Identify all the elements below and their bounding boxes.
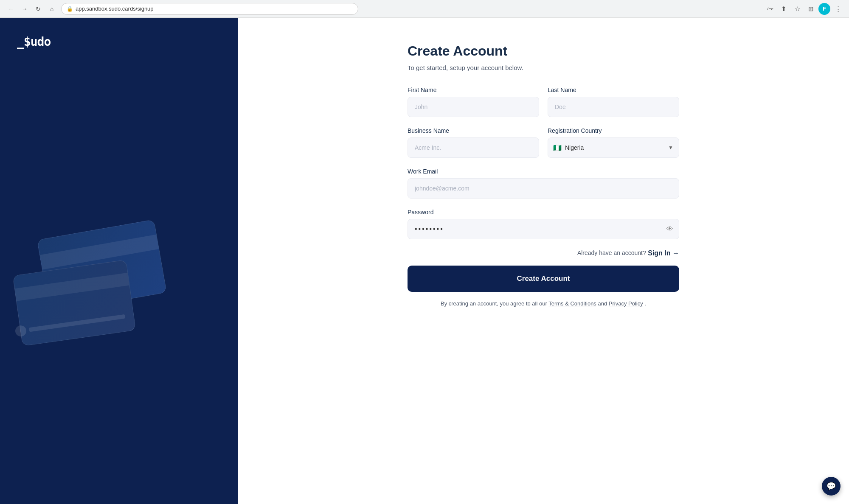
business-name-group: Business Name <box>408 127 539 158</box>
country-select-wrapper[interactable]: 🇳🇬 Nigeria ▼ <box>548 137 679 158</box>
create-account-button[interactable]: Create Account <box>408 266 679 292</box>
eye-icon[interactable]: 👁 <box>666 225 673 233</box>
bookmark-icon-button[interactable]: ☆ <box>791 3 803 15</box>
signin-prompt-text: Already have an account? <box>577 249 646 257</box>
forward-button[interactable]: → <box>19 3 31 15</box>
signin-link-row: Already have an account? Sign In → <box>408 249 679 257</box>
logo: _$udo <box>17 35 221 49</box>
signin-link[interactable]: Sign In → <box>648 249 679 257</box>
country-flag: 🇳🇬 <box>553 144 562 152</box>
password-group: Password 👁 <box>408 209 679 239</box>
sidebar-toggle-button[interactable]: ⊞ <box>805 3 817 15</box>
last-name-label: Last Name <box>548 87 679 93</box>
lock-icon: 🔒 <box>67 6 73 12</box>
card-front <box>13 260 136 346</box>
last-name-group: Last Name <box>548 87 679 117</box>
signup-form-container: Create Account To get started, setup you… <box>408 43 679 307</box>
home-button[interactable]: ⌂ <box>46 3 58 15</box>
name-row: First Name Last Name <box>408 87 679 117</box>
browser-toolbar-right: 🗝 ⬆ ☆ ⊞ F ⋮ <box>764 3 844 15</box>
address-bar[interactable]: 🔒 app.sandbox.sudo.cards/signup <box>61 3 358 15</box>
first-name-input[interactable] <box>408 97 539 117</box>
browser-nav-buttons: ← → ↻ ⌂ <box>5 3 58 15</box>
terms-link[interactable]: Terms & Conditions <box>548 300 596 307</box>
business-name-label: Business Name <box>408 127 539 134</box>
registration-country-label: Registration Country <box>548 127 679 134</box>
form-title: Create Account <box>408 43 679 59</box>
password-wrapper: 👁 <box>408 219 679 239</box>
card-front-circle <box>14 325 27 337</box>
terms-text: By creating an account, you agree to all… <box>408 300 679 307</box>
share-icon-button[interactable]: ⬆ <box>778 3 790 15</box>
work-email-input[interactable] <box>408 178 679 199</box>
key-icon-button[interactable]: 🗝 <box>764 3 776 15</box>
privacy-policy-link[interactable]: Privacy Policy <box>609 300 643 307</box>
first-name-group: First Name <box>408 87 539 117</box>
password-row: Password 👁 <box>408 209 679 239</box>
form-subtitle: To get started, setup your account below… <box>408 64 679 71</box>
business-name-input[interactable] <box>408 137 539 158</box>
reload-button[interactable]: ↻ <box>32 3 44 15</box>
cards-illustration <box>30 216 208 365</box>
first-name-label: First Name <box>408 87 539 93</box>
work-email-label: Work Email <box>408 168 679 175</box>
browser-chrome: ← → ↻ ⌂ 🔒 app.sandbox.sudo.cards/signup … <box>0 0 849 18</box>
password-input[interactable] <box>408 219 679 239</box>
profile-avatar[interactable]: F <box>818 3 830 15</box>
chat-widget-button[interactable]: 💬 <box>822 477 841 496</box>
email-row: Work Email <box>408 168 679 199</box>
last-name-input[interactable] <box>548 97 679 117</box>
registration-country-group: Registration Country 🇳🇬 Nigeria ▼ <box>548 127 679 158</box>
url-text: app.sandbox.sudo.cards/signup <box>76 6 154 12</box>
right-panel: Create Account To get started, setup you… <box>238 18 849 504</box>
left-panel: _$udo <box>0 18 238 504</box>
business-country-row: Business Name Registration Country 🇳🇬 Ni… <box>408 127 679 158</box>
password-label: Password <box>408 209 679 216</box>
country-name: Nigeria <box>565 144 584 151</box>
back-button[interactable]: ← <box>5 3 17 15</box>
main-layout: _$udo Create Account To get started, set… <box>0 18 849 504</box>
country-select-display[interactable]: 🇳🇬 Nigeria <box>548 137 679 158</box>
work-email-group: Work Email <box>408 168 679 199</box>
more-options-button[interactable]: ⋮ <box>832 3 844 15</box>
